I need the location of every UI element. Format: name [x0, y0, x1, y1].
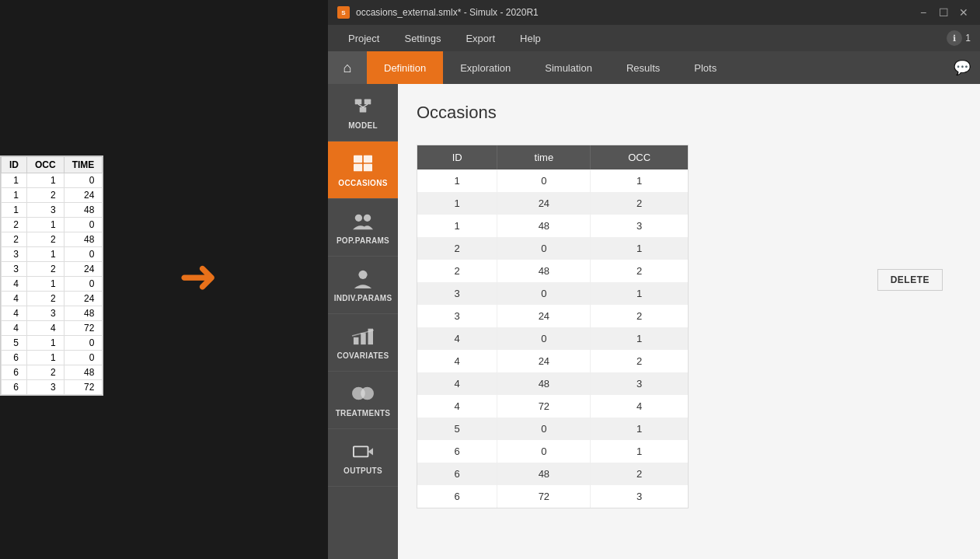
- occasions-icon: [350, 152, 375, 174]
- svg-rect-0: [355, 99, 362, 104]
- svg-rect-2: [360, 107, 367, 113]
- main-panel: Occasions DELETE ID time OCC: [398, 84, 980, 559]
- table-row: 110: [2, 173, 103, 188]
- table-row: 4348: [2, 306, 103, 321]
- table-row: 1483: [417, 215, 688, 237]
- menu-project[interactable]: Project: [337, 30, 390, 47]
- table-row: 401: [417, 327, 688, 350]
- menu-help[interactable]: Help: [509, 30, 552, 47]
- table-row: 6372: [2, 380, 103, 395]
- maximize-button[interactable]: ☐: [936, 5, 950, 19]
- title-bar: S occasions_external.smlx* - Simulx - 20…: [328, 0, 980, 25]
- pop-params-icon: [350, 210, 375, 232]
- minimize-button[interactable]: −: [916, 5, 930, 19]
- col-header-time: time: [497, 145, 591, 169]
- model-icon: [350, 95, 375, 117]
- table-row: 201: [417, 237, 688, 260]
- table-row: 101: [417, 169, 688, 192]
- table-row: 4472: [2, 321, 103, 336]
- table-row: 1348: [2, 203, 103, 218]
- menu-export[interactable]: Export: [455, 30, 506, 47]
- svg-rect-6: [364, 155, 372, 162]
- svg-point-17: [361, 387, 374, 400]
- sidebar-item-occasions[interactable]: OCCASIONS: [328, 141, 398, 199]
- table-row: 301: [417, 282, 688, 305]
- col-header-id: ID: [417, 145, 497, 169]
- table-row: 601: [417, 440, 688, 463]
- occasions-table-container: ID time OCC 1011242148320124823013242401…: [417, 145, 689, 508]
- home-button[interactable]: ⌂: [328, 51, 367, 84]
- tab-definition[interactable]: Definition: [367, 51, 443, 84]
- table-row: 210: [2, 218, 103, 232]
- col-header-occ: OCC: [591, 145, 688, 169]
- info-count: 1: [965, 33, 971, 44]
- sidebar-item-covariates[interactable]: COVARIATES: [328, 314, 398, 372]
- table-row: 6482: [417, 463, 688, 485]
- info-icon: ℹ: [947, 30, 962, 46]
- tab-spacer: [734, 51, 944, 84]
- sidebar-label-occasions: OCCASIONS: [338, 179, 387, 187]
- col-header-time: TIME: [64, 157, 103, 173]
- sidebar-item-treatments[interactable]: TREATMENTS: [328, 372, 398, 429]
- table-row: 2482: [417, 260, 688, 282]
- sidebar-label-treatments: TREATMENTS: [336, 409, 391, 418]
- svg-rect-1: [364, 99, 371, 104]
- table-row: 4224: [2, 292, 103, 306]
- svg-rect-13: [361, 333, 366, 344]
- table-row: 3242: [417, 305, 688, 327]
- app-icon: S: [337, 6, 350, 19]
- table-row: 501: [417, 418, 688, 440]
- table-wrapper: DELETE ID time OCC 101124214832012482301…: [417, 137, 961, 511]
- sidebar-label-outputs: OUTPUTS: [344, 466, 382, 475]
- main-window: S occasions_external.smlx* - Simulx - 20…: [328, 0, 980, 559]
- svg-rect-8: [364, 164, 372, 171]
- table-row: 3224: [2, 262, 103, 277]
- table-row: 4242: [417, 350, 688, 372]
- source-table: ID OCC TIME 1101224134821022483103224410…: [1, 156, 103, 395]
- outputs-icon: [350, 440, 375, 462]
- svg-rect-12: [354, 337, 359, 344]
- menu-bar: Project Settings Export Help ℹ 1: [328, 25, 980, 51]
- table-row: 6248: [2, 365, 103, 380]
- table-row: 310: [2, 247, 103, 262]
- tab-exploration[interactable]: Exploration: [443, 51, 528, 84]
- col-header-occ: OCC: [27, 157, 65, 173]
- table-row: 610: [2, 351, 103, 365]
- table-row: 2248: [2, 232, 103, 247]
- sidebar-label-indiv-params: INDIV.PARAMS: [334, 294, 392, 302]
- table-row: 1224: [2, 188, 103, 203]
- close-button[interactable]: ✕: [957, 5, 971, 19]
- sidebar-label-pop-params: POP.PARAMS: [337, 236, 389, 245]
- info-area: ℹ 1: [947, 30, 971, 46]
- menu-settings[interactable]: Settings: [393, 30, 452, 47]
- sidebar-item-model[interactable]: MODEL: [328, 84, 398, 141]
- tab-plots[interactable]: Plots: [677, 51, 734, 84]
- chat-button[interactable]: 💬: [944, 51, 980, 84]
- table-row: 4483: [417, 372, 688, 395]
- sidebar-label-model: MODEL: [348, 121, 378, 130]
- nav-tabs: ⌂ Definition Exploration Simulation Resu…: [328, 51, 980, 84]
- occasions-table: ID time OCC 1011242148320124823013242401…: [417, 145, 688, 508]
- indiv-params-icon: [350, 267, 375, 289]
- sidebar-item-pop-params[interactable]: POP.PARAMS: [328, 199, 398, 257]
- window-title: occasions_external.smlx* - Simulx - 2020…: [356, 7, 916, 18]
- sidebar-item-outputs[interactable]: OUTPUTS: [328, 429, 398, 487]
- svg-point-9: [355, 215, 362, 222]
- content-area: MODEL OCCASIONS: [328, 84, 980, 559]
- svg-rect-18: [354, 446, 368, 456]
- table-row: 410: [2, 277, 103, 292]
- tab-results[interactable]: Results: [609, 51, 677, 84]
- svg-point-10: [364, 215, 371, 222]
- table-row: 510: [2, 336, 103, 351]
- treatments-icon: [350, 383, 375, 404]
- table-row: 1242: [417, 192, 688, 215]
- svg-line-4: [363, 104, 368, 107]
- covariates-icon: [350, 325, 375, 347]
- sidebar-item-indiv-params[interactable]: INDIV.PARAMS: [328, 257, 398, 314]
- svg-rect-5: [354, 155, 362, 162]
- arrow-indicator: ➜: [179, 249, 218, 303]
- page-title: Occasions: [417, 103, 961, 123]
- tab-simulation[interactable]: Simulation: [528, 51, 609, 84]
- table-row: 6723: [417, 485, 688, 508]
- delete-button[interactable]: DELETE: [877, 269, 943, 291]
